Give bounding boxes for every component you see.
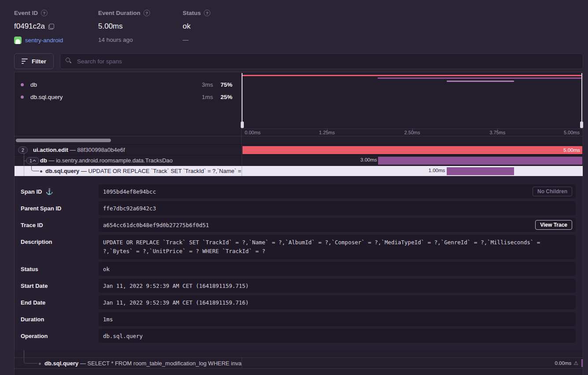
children-count-badge[interactable]: 2 [18, 147, 28, 154]
op-duration: 3ms [193, 81, 213, 88]
detail-row-end-date: End Date Jan 11, 2022 9:52:39 AM CET (16… [21, 295, 576, 309]
detail-label: Start Date [21, 283, 48, 289]
axis-tick-label: 5.00ms [564, 130, 580, 135]
filter-button-label: Filter [32, 58, 46, 65]
event-age: 14 hours ago [98, 37, 133, 43]
span-op: db [40, 157, 47, 164]
span-duration-label: 3.00ms [360, 157, 377, 162]
axis-tick-label: 0.00ms [245, 130, 261, 135]
span-desc: UPDATE OR REPLACE `Track` SET `TrackId` … [88, 168, 242, 174]
event-header: Event ID ? f0491c2a sentry-android Event… [14, 10, 271, 44]
detail-label: Trace ID [21, 222, 43, 228]
detail-label: Parent Span ID [21, 205, 61, 212]
detail-row-description: Description UPDATE OR REPLACE `Track` SE… [21, 235, 576, 259]
span-desc: SELECT * FROM room_table_modification_lo… [88, 360, 242, 367]
detail-value: Jan 11, 2022 9:52:39 AM CET (1641891159.… [99, 279, 576, 293]
detail-label: Duration [21, 316, 44, 323]
search-icon [66, 58, 70, 62]
detail-value: a654cc61dc0b48ef9d0b27275b6f0d51 View Tr… [99, 218, 576, 232]
op-duration: 1ms [193, 94, 213, 100]
event-id-value: f0491c2a [14, 22, 45, 31]
detail-value: UPDATE OR REPLACE `Track` SET `TrackId` … [99, 235, 576, 259]
status-label: Status [183, 10, 201, 16]
no-children-button: No Children [533, 187, 572, 196]
span-row-ui-action-edit[interactable]: 2 ui.action.edit — 88f300998a0b4e6f 5.00… [15, 144, 583, 155]
span-duration-label: 5.00ms [563, 146, 580, 154]
span-op: db.sql.query [45, 168, 79, 174]
help-icon[interactable]: ? [204, 10, 210, 16]
status-sub: — [183, 37, 189, 43]
op-percent: 75% [213, 81, 232, 88]
project-link[interactable]: sentry-android [25, 37, 63, 44]
view-trace-button[interactable]: View Trace [535, 220, 572, 230]
scrollbar-thumb[interactable] [16, 139, 111, 142]
op-name: db.sql.query [30, 94, 63, 100]
span-bar[interactable]: 5.00ms [243, 146, 582, 154]
minimap-right-handle-grip[interactable] [580, 121, 583, 128]
detail-label: Operation [21, 333, 48, 339]
span-op: db.sql.query [44, 360, 78, 367]
filter-button[interactable]: Filter [14, 53, 54, 69]
axis-tick-label: 1.25ms [319, 130, 335, 135]
copy-icon[interactable] [48, 24, 54, 29]
detail-label: Span ID [21, 188, 42, 195]
help-icon[interactable]: ? [41, 10, 48, 16]
span-bar[interactable] [447, 167, 514, 175]
detail-value: Jan 11, 2022 9:52:39 AM CET (1641891159.… [99, 295, 576, 309]
filter-icon [22, 59, 28, 64]
detail-row-duration: Duration 1ms [21, 312, 576, 326]
status-value: ok [183, 22, 191, 31]
detail-value: 1095bd4ef8e94bcc No Children [99, 184, 576, 199]
detail-label: Description [21, 239, 52, 245]
detail-row-status: Status ok [21, 262, 576, 276]
span-op: ui.action.edit [33, 147, 68, 153]
chevron-up-icon [33, 159, 36, 162]
span-duration-label: 0.00ms [555, 360, 572, 366]
event-duration-value: 5.00ms [98, 22, 123, 31]
detail-row-parent-span-id: Parent Span ID ffe7dbc92a6942c3 [21, 201, 576, 215]
span-bar[interactable] [378, 157, 582, 165]
help-icon[interactable]: ? [143, 10, 150, 16]
event-id-label: Event ID [14, 10, 38, 16]
ops-breakdown-row: db.sql.query 1ms 25% [15, 91, 241, 103]
axis-tick-label: 3.75ms [489, 130, 505, 135]
detail-value: ffe7dbc92a6942c3 [99, 201, 576, 215]
span-detail-page: Event ID ? f0491c2a sentry-android Event… [0, 0, 588, 375]
horizontal-scrollbar [15, 136, 241, 144]
detail-value: db.sql.query [99, 329, 576, 343]
span-desc: io.sentry.android.roomsample.data.Tracks… [56, 157, 173, 164]
detail-row-start-date: Start Date Jan 11, 2022 9:52:39 AM CET (… [21, 279, 576, 293]
event-duration-label: Event Duration [98, 10, 140, 16]
detail-label: End Date [21, 299, 45, 306]
minimap-left-handle[interactable] [242, 73, 243, 122]
span-bar-zero-width [581, 359, 583, 367]
span-row-db[interactable]: 1 db — io.sentry.android.roomsample.data… [15, 155, 583, 165]
span-row-db-sql-query-select[interactable]: db.sql.query — SELECT * FROM room_table_… [15, 357, 583, 369]
ops-breakdown-row: db 3ms 75% [15, 78, 241, 91]
trace-minimap[interactable] [242, 72, 583, 129]
minimap-left-handle-grip[interactable] [241, 121, 244, 128]
detail-row-operation: Operation db.sql.query [21, 329, 576, 343]
minimap-span-query [447, 81, 514, 82]
detail-label: Status [21, 266, 38, 272]
android-platform-icon [14, 37, 22, 44]
op-percent: 25% [213, 94, 232, 100]
ops-breakdown-panel: db 3ms 75% db.sql.query 1ms 25% [15, 72, 242, 144]
minimap-right-handle[interactable] [581, 73, 582, 122]
span-details-panel: Span ID ⚓ 1095bd4ef8e94bcc No Children P… [15, 176, 583, 350]
op-color-dot-icon [21, 96, 24, 99]
children-count-badge[interactable]: 1 [26, 157, 39, 164]
anchor-icon[interactable]: ⚓ [45, 188, 53, 195]
event-id-block: Event ID ? f0491c2a sentry-android [14, 10, 98, 44]
trace-view: db 3ms 75% db.sql.query 1ms 25% [14, 72, 583, 375]
detail-row-trace-id: Trace ID a654cc61dc0b48ef9d0b27275b6f0d5… [21, 218, 576, 232]
status-block: Status ? ok — [183, 10, 271, 44]
search-input[interactable] [60, 53, 583, 69]
trace-minimap-panel: 0.00ms 1.25ms 2.50ms 3.75ms 5.00ms [242, 72, 583, 144]
span-toolbar: Filter [14, 53, 583, 69]
detail-value: 1ms [99, 312, 576, 326]
op-name: db [30, 81, 37, 88]
detail-value: ok [99, 262, 576, 276]
span-row-db-sql-query-selected[interactable]: db.sql.query — UPDATE OR REPLACE `Track`… [15, 165, 583, 176]
span-duration-label: 1.00ms [429, 168, 445, 173]
